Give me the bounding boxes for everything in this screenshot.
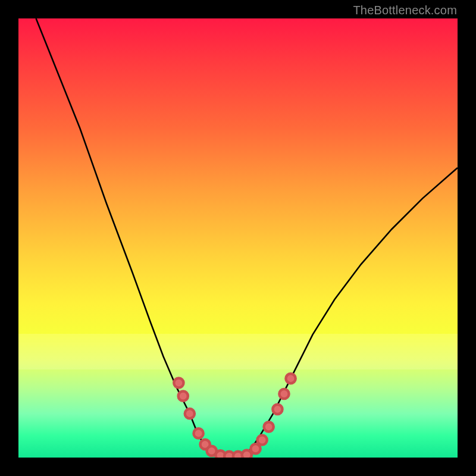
chart-svg	[18, 18, 458, 458]
marker-dot	[264, 422, 274, 431]
marker-group	[174, 374, 295, 458]
watermark-text: TheBottleneck.com	[353, 4, 457, 17]
bottleneck-curve	[36, 18, 458, 458]
marker-dot	[273, 405, 282, 414]
marker-dot	[178, 392, 188, 401]
marker-dot	[279, 389, 289, 399]
marker-dot	[250, 444, 260, 453]
plot-area	[18, 18, 458, 458]
marker-dot	[193, 428, 203, 438]
marker-dot	[185, 409, 195, 418]
chart-frame: TheBottleneck.com	[0, 0, 476, 476]
marker-dot	[286, 374, 295, 383]
marker-dot	[257, 435, 267, 444]
marker-dot	[174, 378, 183, 387]
